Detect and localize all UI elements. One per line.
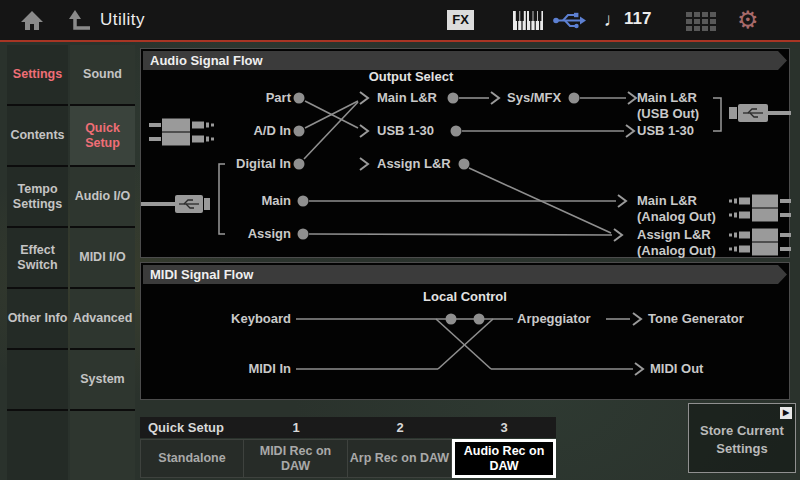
- select-main-lr: Main L&R: [377, 90, 437, 106]
- slot-number-2: 2: [348, 417, 452, 438]
- fx-badge[interactable]: FX: [447, 10, 474, 30]
- midi-flow-diagram: [141, 263, 791, 401]
- utility-screen: Utility FX ♩ 117: [0, 0, 800, 480]
- output-analog-main: Main L&R (Analog Out): [637, 193, 716, 225]
- output-select-label: Output Select: [346, 69, 476, 85]
- sidebar-empty-cell: [70, 411, 135, 480]
- tone-generator-node: Tone Generator: [648, 311, 744, 327]
- local-control-label: Local Control: [385, 289, 545, 305]
- gear-icon[interactable]: ⚙: [737, 5, 759, 35]
- grid-icon[interactable]: [686, 12, 716, 31]
- midi-in-node: MIDI In: [143, 361, 291, 377]
- top-bar: Utility FX ♩ 117: [0, 0, 800, 40]
- arpeggiator-node: Arpeggiator: [517, 311, 591, 327]
- usb-icon: [552, 11, 588, 30]
- source-part: Part: [143, 90, 291, 106]
- sidebar-item-audio-io[interactable]: Audio I/O: [70, 167, 135, 226]
- select-assign-lr: Assign L&R: [377, 156, 451, 172]
- source-main: Main: [143, 193, 291, 209]
- analog-out-jack-icons: [729, 195, 791, 256]
- store-current-settings-button[interactable]: ▶ Store Current Settings: [688, 403, 796, 473]
- sidebar-primary: Settings Contents Tempo Settings Effect …: [7, 45, 68, 480]
- output-analog-assign: Assign L&R (Analog Out): [637, 227, 716, 259]
- select-usb-1-30: USB 1-30: [377, 123, 434, 139]
- sys-mfx-label: Sys/MFX: [507, 90, 561, 106]
- source-digital-in: Digital In: [143, 156, 291, 172]
- sidebar-item-tempo-settings[interactable]: Tempo Settings: [7, 167, 68, 226]
- quick-setup-label: Quick Setup: [140, 420, 224, 435]
- sidebar-item-advanced[interactable]: Advanced: [70, 289, 135, 348]
- usb-device-icon-right: [729, 104, 791, 122]
- sidebar-item-effect-switch[interactable]: Effect Switch: [7, 228, 68, 287]
- quick-setup-buttons: Standalone MIDI Rec on DAW Arp Rec on DA…: [140, 439, 556, 478]
- quick-setup-arp-rec-button[interactable]: Arp Rec on DAW: [348, 439, 452, 478]
- slot-number-1: 1: [244, 417, 348, 438]
- sidebar-item-sound[interactable]: Sound: [70, 45, 135, 104]
- quick-setup-bar: Quick Setup 1 2 3 Standalone MIDI Rec on…: [140, 417, 556, 478]
- quick-setup-audio-rec-button[interactable]: Audio Rec on DAW: [452, 439, 556, 478]
- quick-setup-midi-rec-button[interactable]: MIDI Rec on DAW: [244, 439, 348, 478]
- home-icon[interactable]: [20, 9, 44, 31]
- note-icon[interactable]: ♩: [604, 7, 623, 33]
- quick-setup-standalone-button[interactable]: Standalone: [140, 439, 244, 478]
- slot-number-3: 3: [452, 417, 556, 438]
- keyboard-node: Keyboard: [143, 311, 291, 327]
- source-assign: Assign: [143, 226, 291, 242]
- output-usb-main: Main L&R (USB Out): [637, 90, 699, 122]
- sidebar-empty-cell: [7, 350, 68, 409]
- page-title: Utility: [100, 0, 145, 40]
- sidebar-secondary: Sound Quick Setup Audio I/O MIDI I/O Adv…: [70, 45, 135, 480]
- top-divider: [0, 40, 800, 42]
- output-usb-1-30: USB 1-30: [637, 123, 694, 139]
- tempo-value[interactable]: 117: [624, 9, 651, 29]
- sidebar-item-other-info[interactable]: Other Info: [7, 289, 68, 348]
- return-icon[interactable]: [66, 9, 92, 31]
- source-ad-in: A/D In: [143, 123, 291, 139]
- audio-signal-flow-panel: Audio Signal Flow: [140, 48, 790, 258]
- sidebar-item-system[interactable]: System: [70, 350, 135, 409]
- usb-out-bracket: [713, 98, 721, 131]
- sidebar-item-settings[interactable]: Settings: [7, 45, 68, 104]
- midi-out-node: MIDI Out: [650, 361, 703, 377]
- store-arrow-icon: ▶: [780, 407, 792, 419]
- sidebar-item-quick-setup[interactable]: Quick Setup: [70, 106, 135, 165]
- sidebar-item-contents[interactable]: Contents: [7, 106, 68, 165]
- sidebar-item-midi-io[interactable]: MIDI I/O: [70, 228, 135, 287]
- quick-setup-header: Quick Setup 1 2 3: [140, 417, 556, 438]
- midi-signal-flow-panel: MIDI Signal Flow Local Control Keyboard …: [140, 262, 790, 400]
- midi-arrowheads: [633, 313, 643, 375]
- keyboard-icon: [513, 11, 543, 30]
- sidebar-empty-cell: [7, 411, 68, 480]
